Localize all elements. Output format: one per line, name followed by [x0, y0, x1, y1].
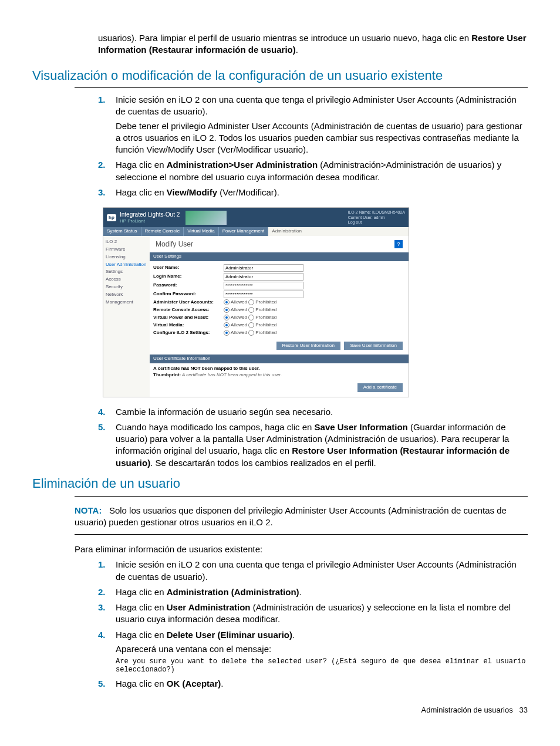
ss-info3: Log out [348, 220, 405, 225]
ss-side-ilo2[interactable]: iLO 2 [104, 238, 149, 246]
hp-logo-icon: hp [107, 214, 116, 221]
ss-user-settings-bar: User Settings [150, 252, 409, 261]
ss-header-title: Integrated Lights-Out 2 [120, 211, 180, 218]
ctrl-admin: Allowed Prohibited [224, 299, 276, 306]
add-certificate-button[interactable]: Add a certificate [357, 383, 403, 392]
step-2-before: Haga clic en [116, 160, 167, 170]
ctrl-config: Allowed Prohibited [224, 330, 276, 336]
lbl-config: Configure iLO 2 Settings: [153, 330, 224, 336]
s2-step-5-before: Haga clic en [116, 679, 167, 688]
radio-allowed-icon[interactable] [224, 315, 230, 320]
ss-tab-remote-console[interactable]: Remote Console [141, 227, 184, 236]
s2-step-3-before: Haga clic en [116, 602, 167, 612]
s2-step-2-num: 2. [98, 586, 106, 598]
s2-step-4-p2: Aparecerá una ventana con el mensaje: [116, 643, 528, 655]
ss-main: Modify User ? User Settings User Name: L… [150, 236, 409, 397]
s2-step-2-after: . [299, 587, 302, 597]
ss-tab-administration[interactable]: Administration [268, 227, 409, 236]
section2-rule-2 [75, 534, 528, 535]
step-4-text: Cambie la información de usuario según s… [116, 407, 333, 417]
intro-text-after: . [296, 45, 298, 55]
note-text: Solo los usuarios que disponen del privi… [75, 505, 507, 527]
input-login-name[interactable] [224, 273, 303, 281]
step-5-t3: . Se descartarán todos los cambios reali… [150, 458, 376, 468]
ss-buttons-row1: Restore User Information Save User Infor… [150, 339, 409, 355]
txt-prohibited4: Prohibited [255, 322, 276, 328]
ss-side-licensing[interactable]: Licensing [104, 254, 149, 261]
row-power: Virtual Power and Reset: Allowed Prohibi… [153, 314, 405, 322]
s2-step-5-num: 5. [98, 678, 106, 690]
radio-allowed-icon[interactable] [224, 307, 230, 313]
s2-step-3: 3. Haga clic en User Administration (Adm… [98, 602, 528, 626]
step-5: 5. Cuando haya modificado los campos, ha… [98, 421, 528, 469]
radio-prohibited-icon[interactable] [248, 315, 254, 320]
intro-text-before: usuarios). Para limpiar el perfil de usu… [98, 33, 471, 43]
step-2-num: 2. [98, 159, 106, 171]
footer-page: 33 [519, 706, 528, 714]
restore-user-button[interactable]: Restore User Information [276, 342, 340, 350]
radio-allowed-icon[interactable] [224, 299, 230, 305]
ss-cert-bar: User Certificate Information [150, 355, 409, 363]
lbl-remote: Remote Console Access: [153, 307, 224, 313]
ss-tabs: System Status Remote Console Virtual Med… [103, 227, 409, 236]
ss-tab-virtual-media[interactable]: Virtual Media [184, 227, 219, 236]
row-remote: Remote Console Access: Allowed Prohibite… [153, 306, 405, 314]
txt-prohibited5: Prohibited [255, 330, 276, 335]
ss-side-management[interactable]: Management [104, 299, 149, 306]
txt-allowed: Allowed [231, 299, 247, 305]
ss-header-title-wrap: Integrated Lights-Out 2 HP ProLiant [120, 211, 180, 225]
section1-rule [75, 87, 528, 88]
ss-side-access[interactable]: Access [104, 276, 149, 283]
input-password[interactable] [224, 282, 303, 289]
help-icon[interactable]: ? [394, 240, 403, 248]
intro-paragraph: usuarios). Para limpiar el perfil de usu… [98, 32, 528, 56]
radio-prohibited-icon[interactable] [248, 330, 254, 336]
note-block: NOTA: Solo los usuarios que disponen del… [75, 502, 528, 529]
row-user-name: User Name: [153, 264, 405, 272]
radio-prohibited-icon[interactable] [248, 299, 254, 305]
save-user-button[interactable]: Save User Information [344, 342, 403, 350]
step-3-bold: View/Modify [167, 187, 217, 197]
step-4-num: 4. [98, 406, 106, 418]
ctrl-vmedia: Allowed Prohibited [224, 322, 276, 329]
s2-step-3-num: 3. [98, 602, 106, 613]
radio-prohibited-icon[interactable] [248, 307, 254, 313]
ss-tab-system-status[interactable]: System Status [103, 227, 141, 236]
ss-side-settings[interactable]: Settings [104, 268, 149, 276]
s2-step-4-after: . [292, 630, 295, 640]
step-5-num: 5. [98, 421, 106, 433]
cert-msg2-txt: A certificate has NOT been mapped to thi… [181, 372, 282, 377]
step-1-p1: Inicie sesión en iLO 2 con una cuenta qu… [116, 94, 528, 118]
txt-allowed5: Allowed [231, 330, 247, 335]
s2-step-4: 4. Haga clic en Delete User (Eliminar us… [98, 629, 528, 674]
radio-allowed-icon[interactable] [224, 322, 230, 328]
lbl-confirm: Confirm Password: [153, 291, 224, 298]
ss-header: hp Integrated Lights-Out 2 HP ProLiant i… [103, 208, 409, 227]
step-2-bold: Administration>User Administration [167, 160, 318, 170]
footer-text: Administración de usuarios [421, 706, 513, 714]
lbl-admin: Administer User Accounts: [153, 299, 224, 306]
ss-page-title-row: Modify User ? [150, 236, 409, 252]
ss-side-network[interactable]: Network [104, 291, 149, 299]
input-confirm[interactable] [224, 291, 303, 298]
ss-tab-power-management[interactable]: Power Management [219, 227, 269, 236]
s2-step-1: 1. Inicie sesión en iLO 2 con una cuenta… [98, 559, 528, 583]
ss-info1: iLO 2 Name: ILOUSM2H5402A [348, 210, 405, 215]
ss-side-security[interactable]: Security [104, 283, 149, 291]
s2-step-2-before: Haga clic en [116, 587, 167, 597]
ss-side-firmware[interactable]: Firmware [104, 246, 149, 254]
input-user-name[interactable] [224, 264, 303, 272]
radio-allowed-icon[interactable] [224, 330, 230, 336]
section2-intro-para: Para eliminar información de usuarios ex… [75, 544, 528, 555]
radio-prohibited-icon[interactable] [248, 322, 254, 328]
ss-cert-text: A certificate has NOT been mapped to thi… [150, 363, 409, 381]
lbl-user-name: User Name: [153, 265, 224, 271]
ss-header-info: iLO 2 Name: ILOUSM2H5402A Current User: … [348, 210, 405, 225]
note-label: NOTA: [75, 505, 102, 515]
section2-steps: 1. Inicie sesión en iLO 2 con una cuenta… [98, 559, 528, 690]
section1-steps: 1. Inicie sesión en iLO 2 con una cuenta… [98, 94, 528, 198]
ss-side-user-admin[interactable]: User Administration [104, 261, 149, 269]
cert-msg1: A certificate has NOT been mapped to thi… [153, 366, 405, 372]
lbl-login-name: Login Name: [153, 274, 224, 280]
s2-step-3-bold: User Administration [167, 602, 251, 612]
